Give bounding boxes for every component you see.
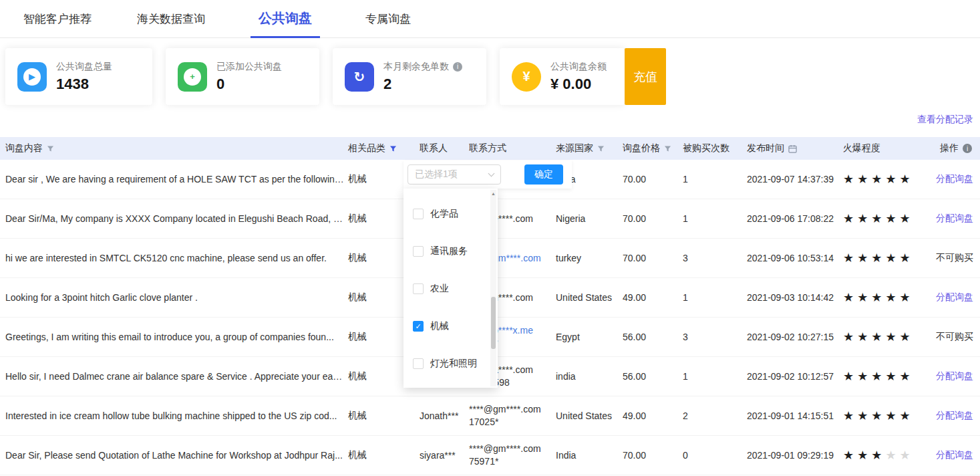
inquiry-content: Interested in ice cream hollow tube bulk… — [0, 410, 345, 421]
tab-exclusive-inquiry[interactable]: 专属询盘 — [365, 0, 411, 37]
category-option-label: 农业 — [430, 283, 449, 295]
star-icon: ★ — [857, 449, 871, 462]
star-icon: ★ — [900, 291, 914, 304]
yuan-icon: ¥ — [512, 62, 541, 92]
scrollbar[interactable]: ▲ — [490, 190, 496, 386]
stat-value: ¥ 0.00 — [550, 76, 607, 93]
filter-icon[interactable] — [597, 145, 605, 152]
stat-card-total-public-inquiries: ▶公共询盘总量1438 — [5, 48, 152, 105]
info-icon: i — [963, 144, 972, 153]
source-country: United States — [552, 410, 619, 421]
inquiry-price: 49.00 — [619, 410, 679, 421]
star-icon: ★ — [885, 370, 899, 383]
contact-email: ****@gm****.com — [469, 443, 552, 455]
popularity-stars: ★★★★★ — [840, 290, 932, 305]
category-option[interactable]: 化学品 — [403, 195, 498, 233]
star-icon: ★ — [843, 212, 857, 225]
checkbox-checked[interactable]: ✓ — [413, 321, 424, 332]
star-icon: ★ — [857, 370, 871, 383]
star-icon: ★ — [857, 251, 871, 265]
star-icon: ★ — [900, 330, 914, 344]
allocate-inquiry-link[interactable]: 分配询盘 — [936, 173, 973, 184]
recharge-button[interactable]: 充值 — [625, 48, 666, 105]
publish-time: 2021-09-06 10:53:14 — [744, 253, 840, 263]
checkbox[interactable] — [413, 209, 424, 219]
stat-card-added-public-inquiries: +已添加公共询盘0 — [166, 48, 319, 105]
view-allocation-records-link[interactable]: 查看分配记录 — [917, 114, 973, 124]
allocate-inquiry-link[interactable]: 分配询盘 — [936, 370, 973, 381]
allocate-inquiry-link[interactable]: 分配询盘 — [936, 410, 973, 421]
popularity-stars: ★★★★★ — [840, 330, 932, 344]
contact-method: ****@gm****.com75971* — [466, 443, 552, 468]
allocate-inquiry-link[interactable]: 分配询盘 — [936, 449, 973, 460]
action-cell: 分配询盘 — [932, 449, 980, 461]
stats-row: ▶公共询盘总量1438+已添加公共询盘0↻本月剩余免单数i2¥公共询盘余额¥ 0… — [5, 48, 980, 105]
not-purchasable-text: 不可购买 — [936, 331, 973, 342]
category-option-label: 化学品 — [430, 208, 458, 220]
source-country: India — [552, 450, 619, 461]
table-row: Dear Sir, Please send Quotation of Lathe… — [0, 436, 980, 475]
star-icon: ★ — [885, 449, 899, 462]
star-icon: ★ — [885, 172, 899, 186]
tab-public-inquiry[interactable]: 公共询盘 — [251, 0, 320, 38]
filter-icon[interactable] — [664, 145, 671, 152]
star-icon: ★ — [857, 409, 871, 423]
star-icon: ★ — [871, 449, 885, 462]
star-icon: ★ — [843, 449, 857, 462]
checkbox[interactable] — [413, 246, 424, 257]
allocate-inquiry-link[interactable]: 分配询盘 — [936, 291, 973, 302]
action-cell: 分配询盘 — [932, 410, 980, 422]
publish-time: 2021-09-02 10:27:15 — [744, 332, 840, 342]
action-cell: 分配询盘 — [932, 173, 980, 185]
tab-smart-customer-recommendation[interactable]: 智能客户推荐 — [23, 0, 92, 37]
allocate-inquiry-link[interactable]: 分配询盘 — [936, 213, 973, 223]
star-icon: ★ — [843, 330, 857, 344]
stat-card-public-inquiry-balance: ¥公共询盘余额¥ 0.00 — [500, 48, 625, 105]
scroll-up-arrow-icon[interactable]: ▲ — [490, 190, 496, 197]
category-filter-dropdown: 已选择1项 确定 — [403, 160, 572, 189]
popularity-stars: ★★★★★ — [840, 251, 932, 265]
filter-icon-active[interactable] — [389, 145, 397, 152]
star-icon: ★ — [857, 291, 871, 304]
purchase-count: 3 — [679, 253, 744, 263]
star-icon: ★ — [871, 251, 885, 265]
category-option[interactable]: 通讯服务 — [403, 233, 498, 270]
filter-icon[interactable] — [47, 145, 54, 152]
inquiry-price: 70.00 — [619, 253, 679, 263]
info-icon: i — [453, 62, 462, 72]
category-select-input[interactable]: 已选择1项 — [407, 164, 501, 185]
source-country: Egypt — [552, 332, 619, 342]
column-header-content: 询盘内容 — [0, 142, 345, 154]
popularity-stars: ★★★★★ — [840, 211, 932, 226]
category-option[interactable]: 灯光和照明 — [403, 345, 498, 382]
confirm-button[interactable]: 确定 — [524, 164, 563, 185]
category-option[interactable]: ✓机械 — [403, 308, 498, 345]
table-header: 询盘内容相关品类联系人联系方式来源国家询盘价格被购买次数发布时间火爆程度操作i — [0, 137, 980, 160]
publish-time: 2021-09-01 09:29:19 — [744, 450, 840, 461]
star-icon: ★ — [843, 370, 857, 383]
checkbox[interactable] — [413, 358, 424, 369]
contact-phone: 17025* — [469, 416, 552, 429]
action-cell: 分配询盘 — [932, 370, 980, 382]
scrollbar-thumb[interactable] — [491, 297, 496, 349]
action-cell: 不可购买 — [932, 331, 980, 343]
popularity-stars: ★★★★★ — [840, 408, 932, 423]
inquiry-content: Looking for a 3point hitch Garlic clove … — [0, 292, 345, 303]
tab-customs-data-query[interactable]: 海关数据查询 — [137, 0, 205, 37]
calendar-icon[interactable] — [788, 144, 797, 153]
action-cell: 分配询盘 — [932, 213, 980, 225]
send-icon: ▶ — [17, 62, 47, 92]
star-icon: ★ — [857, 172, 871, 186]
checkbox[interactable] — [413, 283, 424, 294]
purchase-count: 1 — [679, 371, 744, 382]
category-option[interactable]: 农业 — [403, 270, 498, 308]
star-icon: ★ — [871, 370, 885, 383]
star-icon: ★ — [843, 291, 857, 304]
star-icon: ★ — [900, 370, 914, 383]
publish-time: 2021-09-06 17:08:22 — [744, 213, 840, 224]
popularity-stars: ★★★★★ — [840, 172, 932, 187]
stat-value: 1438 — [56, 76, 112, 93]
star-icon: ★ — [871, 291, 885, 304]
inquiry-content: Dear Sir/Ma, My company is XXXX Company … — [0, 213, 345, 224]
star-icon: ★ — [885, 330, 899, 344]
